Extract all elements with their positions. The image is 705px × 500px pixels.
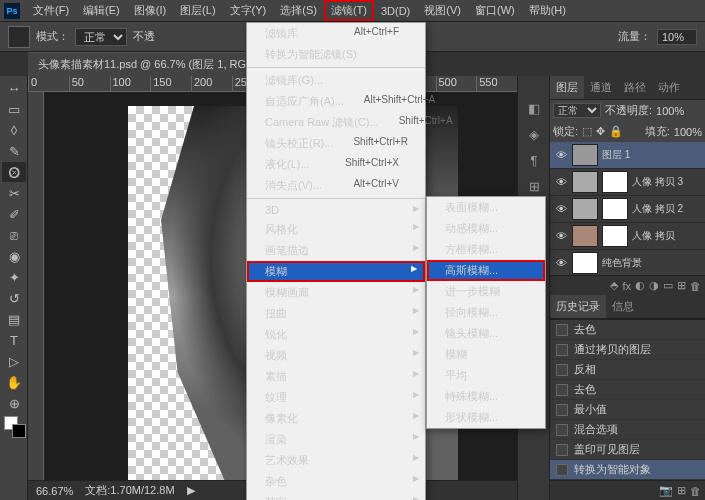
mask-thumb[interactable]: [602, 198, 628, 220]
history-item[interactable]: 去色: [550, 320, 705, 340]
menu-item[interactable]: 动感模糊...: [427, 218, 545, 239]
menu-item[interactable]: 画笔描边: [247, 240, 425, 261]
menu-item[interactable]: 高斯模糊...: [427, 260, 545, 281]
menu-item[interactable]: 表面模糊...: [427, 197, 545, 218]
blend-mode-select[interactable]: 正常: [75, 28, 127, 46]
actions-tab[interactable]: 动作: [652, 76, 686, 99]
menu-item[interactable]: 消失点(V)...Alt+Ctrl+V: [247, 175, 425, 196]
layer-row[interactable]: 👁纯色背景: [550, 250, 705, 275]
layer-fx-icon[interactable]: fx: [622, 280, 631, 292]
menu-item[interactable]: 平均: [427, 365, 545, 386]
lock-position-icon[interactable]: ✥: [596, 125, 605, 138]
new-group-icon[interactable]: ▭: [663, 279, 673, 292]
paths-tab[interactable]: 路径: [618, 76, 652, 99]
layer-thumb[interactable]: [572, 144, 598, 166]
history-item[interactable]: 最小值: [550, 400, 705, 420]
tool-15[interactable]: ⊕: [2, 393, 26, 413]
layer-blend-select[interactable]: 正常: [553, 103, 601, 118]
tool-7[interactable]: ⎚: [2, 225, 26, 245]
tool-1[interactable]: ▭: [2, 99, 26, 119]
snapshot-icon[interactable]: 📷: [659, 484, 673, 497]
visibility-icon[interactable]: 👁: [554, 230, 568, 242]
collapsed-panel-icon[interactable]: ◈: [522, 122, 546, 146]
mask-thumb[interactable]: [602, 225, 628, 247]
menu-item[interactable]: 滤镜库Alt+Ctrl+F: [247, 23, 425, 44]
visibility-icon[interactable]: 👁: [554, 203, 568, 215]
info-tab[interactable]: 信息: [606, 295, 640, 318]
history-item[interactable]: 转换为智能对象: [550, 460, 705, 480]
visibility-icon[interactable]: 👁: [554, 149, 568, 161]
menu-item[interactable]: 特殊模糊...: [427, 386, 545, 407]
menu-file[interactable]: 文件(F): [26, 0, 76, 21]
menu-item[interactable]: 扭曲: [247, 303, 425, 324]
fill-value[interactable]: 100%: [674, 126, 702, 138]
collapsed-panel-icon[interactable]: ¶: [522, 148, 546, 172]
opacity-value[interactable]: 100%: [656, 105, 684, 117]
tool-3[interactable]: ✎: [2, 141, 26, 161]
menu-image[interactable]: 图像(I): [127, 0, 173, 21]
collapsed-panel-icon[interactable]: ⊞: [522, 174, 546, 198]
layer-row[interactable]: 👁人像 拷贝 3: [550, 169, 705, 196]
tool-10[interactable]: ↺: [2, 288, 26, 308]
menu-window[interactable]: 窗口(W): [468, 0, 522, 21]
menu-item[interactable]: 自适应广角(A)...Alt+Shift+Ctrl+A: [247, 91, 425, 112]
link-layers-icon[interactable]: ⬘: [610, 279, 618, 292]
history-item[interactable]: 盖印可见图层: [550, 440, 705, 460]
menu-item[interactable]: 镜头模糊...: [427, 323, 545, 344]
lock-pixels-icon[interactable]: ⬚: [582, 125, 592, 138]
tool-8[interactable]: ◉: [2, 246, 26, 266]
layer-mask-icon[interactable]: ◐: [635, 279, 645, 292]
menu-help[interactable]: 帮助(H): [522, 0, 573, 21]
menu-edit[interactable]: 编辑(E): [76, 0, 127, 21]
new-state-icon[interactable]: ⊞: [677, 484, 686, 497]
new-layer-icon[interactable]: ⊞: [677, 279, 686, 292]
menu-item[interactable]: 模糊: [247, 261, 425, 282]
tool-6[interactable]: ✐: [2, 204, 26, 224]
adjustment-layer-icon[interactable]: ◑: [649, 279, 659, 292]
tool-12[interactable]: T: [2, 330, 26, 350]
tool-5[interactable]: ✂: [2, 183, 26, 203]
menu-item[interactable]: 镜头校正(R)...Shift+Ctrl+R: [247, 133, 425, 154]
history-tab[interactable]: 历史记录: [550, 295, 606, 318]
tool-9[interactable]: ✦: [2, 267, 26, 287]
menu-item[interactable]: 3D: [247, 201, 425, 219]
background-color[interactable]: [12, 424, 26, 438]
menu-item[interactable]: 径向模糊...: [427, 302, 545, 323]
menu-item[interactable]: 锐化: [247, 324, 425, 345]
tool-2[interactable]: ◊: [2, 120, 26, 140]
menu-item[interactable]: 方框模糊...: [427, 239, 545, 260]
tool-0[interactable]: ↔: [2, 78, 26, 98]
layers-tab[interactable]: 图层: [550, 76, 584, 99]
menu-item[interactable]: 像素化: [247, 408, 425, 429]
menu-filter[interactable]: 滤镜(T): [324, 0, 374, 21]
menu-item[interactable]: 转换为智能滤镜(S): [247, 44, 425, 65]
menu-type[interactable]: 文字(Y): [223, 0, 274, 21]
layer-row[interactable]: 👁图层 1: [550, 142, 705, 169]
mask-thumb[interactable]: [602, 171, 628, 193]
layer-thumb[interactable]: [572, 171, 598, 193]
channels-tab[interactable]: 通道: [584, 76, 618, 99]
menu-item[interactable]: 风格化: [247, 219, 425, 240]
tool-14[interactable]: ✋: [2, 372, 26, 392]
tool-13[interactable]: ▷: [2, 351, 26, 371]
layer-thumb[interactable]: [572, 225, 598, 247]
tool-preset[interactable]: [8, 26, 30, 48]
history-item[interactable]: 去色: [550, 380, 705, 400]
layer-thumb[interactable]: [572, 198, 598, 220]
tool-4[interactable]: ⮿: [2, 162, 26, 182]
menu-item[interactable]: 形状模糊...: [427, 407, 545, 428]
menu-item[interactable]: 其它: [247, 492, 425, 500]
layer-row[interactable]: 👁人像 拷贝 2: [550, 196, 705, 223]
menu-item[interactable]: Camera Raw 滤镜(C)...Shift+Ctrl+A: [247, 112, 425, 133]
history-item[interactable]: 反相: [550, 360, 705, 380]
menu-item[interactable]: 滤镜库(G)...: [247, 70, 425, 91]
layer-row[interactable]: 👁人像 拷贝: [550, 223, 705, 250]
menu-item[interactable]: 渲染: [247, 429, 425, 450]
menu-item[interactable]: 纹理: [247, 387, 425, 408]
delete-layer-icon[interactable]: 🗑: [690, 280, 701, 292]
menu-item[interactable]: 模糊画廊: [247, 282, 425, 303]
menu-item[interactable]: 素描: [247, 366, 425, 387]
menu-item[interactable]: 模糊: [427, 344, 545, 365]
history-item[interactable]: 通过拷贝的图层: [550, 340, 705, 360]
menu-3d[interactable]: 3D(D): [374, 2, 417, 20]
